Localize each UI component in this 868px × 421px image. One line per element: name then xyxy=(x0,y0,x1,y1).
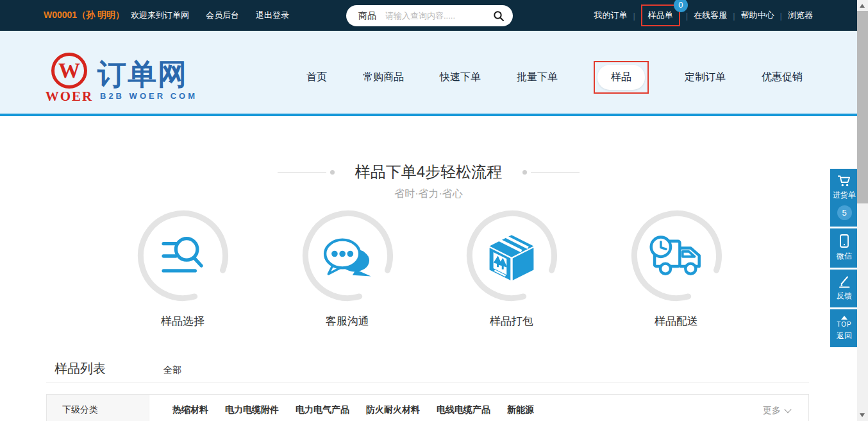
woer-logo-icon[interactable]: W xyxy=(51,53,87,89)
arrow-up-icon xyxy=(841,316,847,320)
page: W00001（孙 明明） 欢迎来到订单网 会员后台 退出登录 商品 我的订单 |… xyxy=(0,0,868,421)
woer-brand-text: WOER xyxy=(42,89,96,105)
my-orders-link[interactable]: 我的订单 xyxy=(594,10,627,21)
decorative-dot xyxy=(522,170,527,175)
separator: | xyxy=(686,11,688,21)
nav-item-home[interactable]: 首页 xyxy=(306,71,327,84)
purchase-cart-badge: 5 xyxy=(837,205,852,220)
main-nav: 首页 常购商品 快速下单 批量下单 样品 定制订单 优惠促销 xyxy=(306,31,803,124)
step-sample-delivery: 样品配送 xyxy=(625,210,728,329)
category-wire-cable-products[interactable]: 电线电缆产品 xyxy=(437,404,490,421)
step-ring xyxy=(137,210,229,302)
step-ring xyxy=(302,210,394,302)
nav-item-bulk-order[interactable]: 批量下单 xyxy=(517,71,558,84)
nav-item-custom-order[interactable]: 定制订单 xyxy=(685,71,726,84)
site-header: W WOER 订单网 B2B WOER COM 首页 常购商品 快速下单 批量下… xyxy=(0,31,868,116)
category-power-electric-products[interactable]: 电力电气产品 xyxy=(296,404,349,421)
purchase-cart-button[interactable]: 进货单 5 xyxy=(830,169,858,227)
separator: | xyxy=(633,11,635,21)
online-service-link[interactable]: 在线客服 xyxy=(694,10,727,21)
top-label: TOP xyxy=(830,321,858,328)
step-sample-packing: 样品打包 xyxy=(460,210,563,329)
nav-item-samples-pill[interactable]: 样品 xyxy=(597,65,645,90)
process-subtitle: 省时·省力·省心 xyxy=(0,187,857,201)
category-row-label: 下级分类 xyxy=(47,395,149,421)
step-sample-selection: 样品选择 xyxy=(131,210,234,329)
step-label: 样品打包 xyxy=(460,314,563,329)
divider xyxy=(46,382,809,383)
step-label: 样品选择 xyxy=(131,314,234,329)
process-title-row: 样品下单4步轻松流程 xyxy=(0,160,857,184)
process-title: 样品下单4步轻松流程 xyxy=(355,162,502,182)
filter-all[interactable]: 全部 xyxy=(163,365,181,376)
more-label: 更多 xyxy=(763,405,781,417)
logout-link[interactable]: 退出登录 xyxy=(256,10,289,21)
feedback-button[interactable]: 反馈 xyxy=(830,270,858,307)
browser-link[interactable]: 浏览器 xyxy=(788,10,813,21)
search-input[interactable] xyxy=(385,11,485,21)
nav-item-quick-order[interactable]: 快速下单 xyxy=(440,71,481,84)
cart-icon xyxy=(837,174,852,188)
nav-item-samples[interactable]: 样品 xyxy=(594,61,649,94)
decorative-dot xyxy=(330,170,335,175)
purchase-cart-label: 进货单 xyxy=(830,190,858,201)
topbar-right: 我的订单 | 样品单 0 | 在线客服 | 帮助中心 | 浏览器 xyxy=(594,0,813,31)
user-id[interactable]: W00001（孙 明明） xyxy=(44,10,124,21)
separator: | xyxy=(780,11,782,21)
wechat-label: 微信 xyxy=(830,251,858,262)
decorative-line xyxy=(531,172,580,173)
search-button[interactable] xyxy=(485,5,513,26)
feedback-label: 反馈 xyxy=(830,291,858,302)
step-ring xyxy=(466,210,558,302)
step-ring xyxy=(631,210,722,302)
search-icon xyxy=(493,10,505,22)
help-center-link[interactable]: 帮助中心 xyxy=(741,10,774,21)
back-label: 返回 xyxy=(830,331,858,341)
chevron-down-icon xyxy=(784,406,791,413)
search-category-select[interactable]: 商品 xyxy=(346,10,385,22)
separator: | xyxy=(733,11,735,21)
step-label: 样品配送 xyxy=(625,314,728,329)
package-box-icon xyxy=(484,228,539,284)
sample-list-title: 样品列表 xyxy=(54,360,106,377)
sample-cart-label: 样品单 xyxy=(648,10,673,20)
mobile-phone-icon xyxy=(838,234,851,249)
nav-item-promotions[interactable]: 优惠促销 xyxy=(762,71,803,84)
scrollbar-thumb[interactable] xyxy=(857,11,868,203)
chat-bubbles-icon xyxy=(317,228,378,284)
category-power-cable-accessories[interactable]: 电力电缆附件 xyxy=(225,404,279,421)
floating-side-bar: 进货单 5 微信 反馈 TOP 返回 xyxy=(830,169,858,349)
welcome-text: 欢迎来到订单网 xyxy=(131,10,189,21)
pencil-icon xyxy=(837,275,851,289)
sample-cart-link[interactable]: 样品单 0 xyxy=(641,4,680,26)
topbar: W00001（孙 明明） 欢迎来到订单网 会员后台 退出登录 商品 我的订单 |… xyxy=(0,0,868,31)
decorative-line xyxy=(278,172,326,173)
back-to-top-button[interactable]: TOP 返回 xyxy=(830,309,858,347)
member-center-link[interactable]: 会员后台 xyxy=(206,10,239,21)
category-links: 热缩材料 电力电缆附件 电力电气产品 防火耐火材料 电线电缆产品 新能源 xyxy=(149,395,534,421)
delivery-truck-icon xyxy=(644,229,708,283)
search-bar: 商品 xyxy=(346,5,513,26)
site-name[interactable]: 订单网 xyxy=(97,55,188,94)
more-button[interactable]: 更多 xyxy=(763,405,790,417)
step-service-communication: 客服沟通 xyxy=(296,210,399,329)
scroll-down-arrow-icon[interactable] xyxy=(860,413,865,417)
vertical-scrollbar[interactable] xyxy=(857,0,868,421)
category-heat-shrink[interactable]: 热缩材料 xyxy=(172,404,208,421)
category-filter-box: 下级分类 热缩材料 电力电缆附件 电力电气产品 防火耐火材料 电线电缆产品 新能… xyxy=(46,394,809,421)
wechat-button[interactable]: 微信 xyxy=(830,228,858,268)
site-tagline: B2B WOER COM xyxy=(100,91,197,101)
search-list-icon xyxy=(154,228,211,284)
category-new-energy[interactable]: 新能源 xyxy=(507,404,534,421)
scroll-up-arrow-icon[interactable] xyxy=(860,4,865,8)
nav-item-frequent-goods[interactable]: 常购商品 xyxy=(363,71,404,84)
step-label: 客服沟通 xyxy=(296,314,399,329)
category-fireproof-materials[interactable]: 防火耐火材料 xyxy=(366,404,420,421)
topbar-left: W00001（孙 明明） 欢迎来到订单网 会员后台 退出登录 xyxy=(44,0,289,31)
